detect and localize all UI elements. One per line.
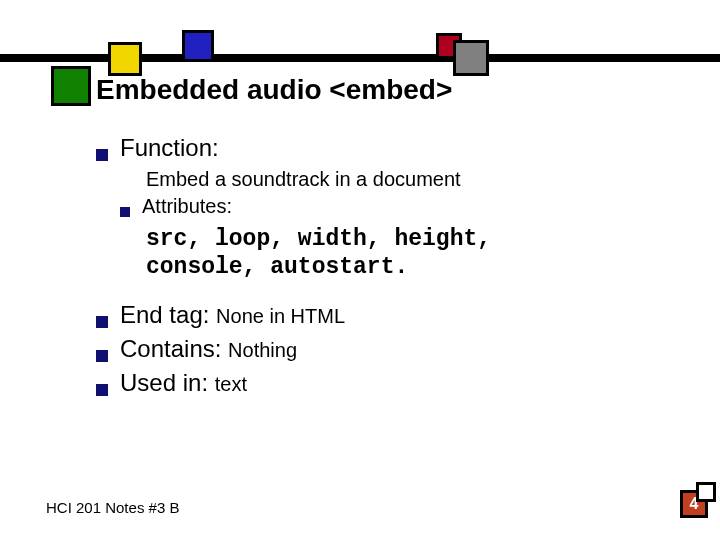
slide: Embedded audio <embed> Function: Embed a…: [0, 0, 720, 540]
bullet-icon: [96, 350, 108, 362]
end-tag-value: None in HTML: [216, 305, 345, 327]
bullet-icon: [96, 149, 108, 161]
bullet-used-in: Used in: text: [96, 369, 656, 397]
decor-square-green: [51, 66, 91, 106]
page-number-box: 4: [680, 490, 708, 518]
bullet-attributes: Attributes:: [120, 195, 656, 218]
bullet-end-tag: End tag: None in HTML: [96, 301, 656, 329]
decor-square-gray: [453, 40, 489, 76]
bullet-icon: [96, 384, 108, 396]
contains-value: Nothing: [228, 339, 297, 361]
end-tag-label: End tag:: [120, 301, 216, 328]
function-label: Function:: [120, 134, 219, 162]
used-in-value: text: [215, 373, 247, 395]
decor-square-blue: [182, 30, 214, 62]
bullet-function: Function:: [96, 134, 656, 162]
contains-label: Contains:: [120, 335, 228, 362]
slide-content: Function: Embed a soundtrack in a docume…: [96, 134, 656, 397]
page-number: 4: [690, 495, 699, 513]
attributes-code: src, loop, width, height, console, autos…: [146, 226, 656, 281]
bullet-icon: [120, 207, 130, 217]
bullet-contains: Contains: Nothing: [96, 335, 656, 363]
bullet-group-lower: End tag: None in HTML Contains: Nothing …: [96, 301, 656, 397]
attributes-label: Attributes:: [142, 195, 232, 218]
footer-text: HCI 201 Notes #3 B: [46, 499, 179, 516]
slide-title: Embedded audio <embed>: [96, 74, 452, 106]
code-line: src, loop, width, height,: [146, 226, 656, 254]
used-in-label: Used in:: [120, 369, 215, 396]
code-line: console, autostart.: [146, 254, 656, 282]
function-detail: Embed a soundtrack in a document: [146, 168, 656, 191]
bullet-icon: [96, 316, 108, 328]
decor-square-yellow: [108, 42, 142, 76]
